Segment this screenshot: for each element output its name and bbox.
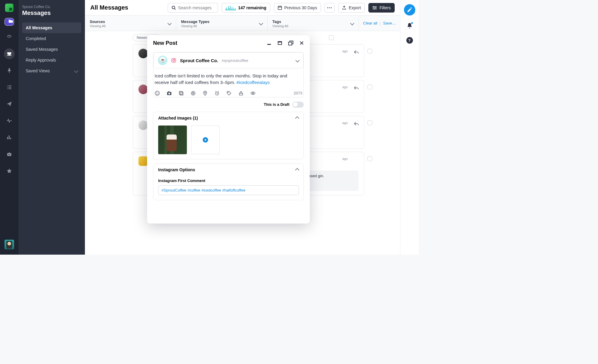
export-button[interactable]: Export <box>338 3 364 13</box>
row-checkbox[interactable] <box>367 85 372 89</box>
svg-point-12 <box>331 7 332 8</box>
nav-rail <box>0 0 19 255</box>
chevron-down-icon <box>351 21 354 26</box>
nav-gauge-icon[interactable] <box>4 32 15 42</box>
svg-rect-19 <box>278 42 282 45</box>
svg-point-14 <box>375 7 376 8</box>
more-button[interactable] <box>324 3 335 13</box>
sidebar-item-saved-views[interactable]: Saved Views <box>22 65 81 76</box>
svg-point-24 <box>173 59 175 61</box>
svg-point-25 <box>175 59 175 59</box>
nav-folder-icon[interactable] <box>4 18 14 26</box>
more-icon <box>327 7 332 8</box>
nav-pulse-icon[interactable] <box>4 115 15 126</box>
notifications-icon[interactable] <box>407 23 412 30</box>
svg-rect-22 <box>289 42 292 45</box>
close-icon[interactable] <box>300 41 304 45</box>
avatar <box>138 49 148 58</box>
svg-rect-1 <box>8 154 9 155</box>
filter-tags[interactable]: TagsViewing All <box>268 16 359 31</box>
reply-icon[interactable] <box>354 50 359 55</box>
svg-point-27 <box>156 92 157 93</box>
section-title: Messages <box>22 10 81 16</box>
filters-button[interactable]: Filters <box>368 3 395 13</box>
compose-fab[interactable] <box>404 4 415 16</box>
row-checkbox[interactable] <box>367 120 372 125</box>
search-icon <box>172 6 176 10</box>
row-checkbox[interactable] <box>367 49 372 53</box>
plus-icon: + <box>203 137 208 143</box>
window-icon[interactable] <box>277 41 282 45</box>
filter-message-types[interactable]: Message TypesViewing All <box>176 16 267 31</box>
nav-star-icon[interactable] <box>4 166 15 176</box>
nav-bot-icon[interactable] <box>4 149 15 160</box>
company-name: Sprout Coffee Co. <box>22 5 81 9</box>
chevron-up-icon <box>296 167 299 172</box>
user-avatar[interactable] <box>4 240 14 249</box>
nav-pin-icon[interactable] <box>4 65 15 76</box>
filter-sources[interactable]: SourcesViewing All <box>85 16 176 31</box>
svg-line-5 <box>175 9 176 10</box>
emoji-icon[interactable] <box>155 91 160 96</box>
usage-indicator: 147 remaining <box>222 3 270 13</box>
svg-point-28 <box>158 92 158 93</box>
target-icon[interactable] <box>190 91 196 96</box>
search-input[interactable] <box>178 5 214 10</box>
filter-actions: Clear all | Save… <box>359 16 400 31</box>
time-ago: ago <box>342 85 348 89</box>
gallery-icon[interactable] <box>179 91 184 96</box>
date-range-button[interactable]: Previous 30 Days <box>274 3 321 13</box>
save-filter-link[interactable]: Save… <box>383 21 396 25</box>
sliders-icon <box>372 6 377 10</box>
camera-icon[interactable] <box>167 91 172 96</box>
svg-rect-39 <box>239 93 243 95</box>
tag-icon[interactable] <box>226 91 232 96</box>
reply-icon[interactable] <box>354 86 359 91</box>
compose-header: New Post <box>147 35 310 51</box>
nav-inbox-icon[interactable] <box>4 48 15 59</box>
approval-icon[interactable] <box>238 91 244 96</box>
row-checkbox[interactable] <box>367 156 372 161</box>
location-icon[interactable] <box>202 91 208 96</box>
sidebar-item-completed[interactable]: Completed <box>22 33 81 44</box>
draft-toggle[interactable] <box>292 102 304 108</box>
post-textarea[interactable]: Iced coffee isn't limited to only the wa… <box>153 68 303 88</box>
first-comment-label: Instagram First Comment <box>158 178 299 183</box>
alarm-icon[interactable] <box>214 91 220 96</box>
svg-rect-3 <box>9 152 10 153</box>
avatar <box>138 120 148 130</box>
nav-chart-icon[interactable] <box>4 132 15 143</box>
sidebar-item-reply-approvals[interactable]: Reply Approvals <box>22 55 81 65</box>
first-comment-input-wrap[interactable] <box>158 185 299 195</box>
svg-point-38 <box>228 92 228 93</box>
select-all-checkbox[interactable] <box>329 35 334 40</box>
help-icon[interactable]: ? <box>406 37 413 44</box>
avatar <box>138 156 148 166</box>
attached-images-header[interactable]: Attached Images (1) <box>153 112 303 124</box>
reply-icon[interactable] <box>354 122 359 127</box>
profile-selector[interactable]: ☕ Sprout Coffee Co. mysproutcoffee <box>153 52 303 68</box>
profile-name: Sprout Coffee Co. <box>180 58 218 63</box>
minimize-icon[interactable] <box>267 41 271 45</box>
restore-icon[interactable] <box>288 41 294 45</box>
instagram-options-header[interactable]: Instagram Options <box>153 164 303 176</box>
svg-point-11 <box>329 7 330 8</box>
clear-all-link[interactable]: Clear all <box>363 21 377 25</box>
nav-list-icon[interactable] <box>4 82 15 93</box>
svg-rect-32 <box>179 91 182 94</box>
svg-rect-2 <box>10 154 10 155</box>
svg-point-36 <box>205 92 206 93</box>
sidebar-item-all-messages[interactable]: All Messages <box>22 22 81 33</box>
nav-send-icon[interactable] <box>4 99 15 109</box>
svg-point-10 <box>327 7 328 8</box>
profile-handle: mysproutcoffee <box>222 58 248 63</box>
svg-rect-31 <box>168 91 170 92</box>
eye-icon[interactable] <box>250 91 256 96</box>
svg-rect-16 <box>267 44 271 45</box>
add-image-button[interactable]: + <box>191 126 220 154</box>
usage-text: 147 remaining <box>238 5 266 10</box>
sidebar-item-saved[interactable]: Saved Messages <box>22 44 81 55</box>
attached-image-thumb[interactable] <box>158 126 187 154</box>
search-input-wrap[interactable] <box>168 3 218 13</box>
first-comment-input[interactable] <box>161 188 295 192</box>
